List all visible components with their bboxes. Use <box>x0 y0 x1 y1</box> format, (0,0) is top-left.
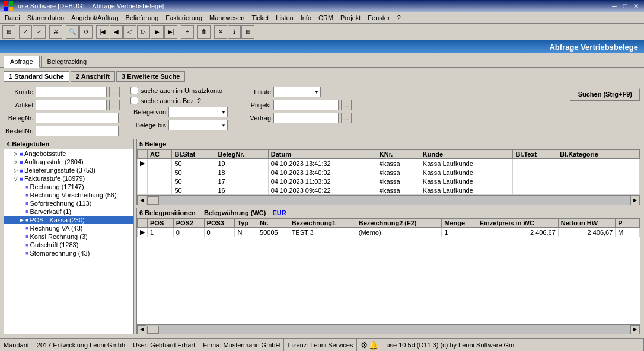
search-tab-standard[interactable]: 1 Standard Suche <box>4 71 69 82</box>
belege-hscroll[interactable]: ◀ ▶ <box>137 195 640 205</box>
menu-datei[interactable]: Datei <box>1 13 24 23</box>
col-datum[interactable]: Datum <box>268 150 377 159</box>
col-knr[interactable]: KNr. <box>377 150 420 159</box>
tb-search-icon[interactable]: 🔍 <box>66 25 79 39</box>
tb-cross-icon[interactable]: ✕ <box>214 25 227 39</box>
tree-stornorechnung[interactable]: ■ Stornorechnung (43) <box>4 249 133 257</box>
artikel-browse-button[interactable]: ... <box>109 100 120 110</box>
tb-nav-next2[interactable]: ▶ <box>151 25 164 39</box>
belege-row[interactable]: 50 16 04.10.2023 09:40:22 #kassa Kassa L… <box>138 186 640 195</box>
minimize-button[interactable]: ─ <box>610 2 619 10</box>
belege-row[interactable]: 50 18 04.10.2023 13:40:02 #kassa Kassa L… <box>138 168 640 177</box>
maximize-button[interactable]: □ <box>620 2 630 10</box>
tab-abfrage[interactable]: Abfrage <box>4 56 40 68</box>
tb-table-icon[interactable]: ⊞ <box>241 25 254 39</box>
filiale-dropdown[interactable] <box>273 87 321 97</box>
pos-scroll-thumb[interactable] <box>147 326 159 334</box>
menu-belieferung[interactable]: Belieferung <box>122 13 162 23</box>
vertrag-input[interactable] <box>273 113 339 123</box>
scroll-thumb[interactable] <box>147 196 159 205</box>
pos-scroll-left[interactable]: ◀ <box>137 325 146 334</box>
belege-von-dropdown[interactable] <box>168 107 228 117</box>
positionen-hscroll[interactable]: ◀ ▶ <box>137 324 640 334</box>
belege-row[interactable]: ▶ 50 19 04.10.2023 13:41:32 #kassa Kassa… <box>138 159 640 168</box>
tb-check-icon[interactable]: ✓ <box>19 25 32 39</box>
vertrag-browse-button[interactable]: ... <box>341 113 352 123</box>
tree-rechnung-vorschreibung[interactable]: ■ Rechnung Vorschreibung (56) <box>4 191 133 199</box>
search-tab-erweitert[interactable]: 3 Erweiterte Suche <box>116 71 185 82</box>
pos-scroll-right[interactable]: ▶ <box>630 325 640 334</box>
menu-fakturierung[interactable]: Fakturierung <box>162 13 206 23</box>
menu-projekt[interactable]: Projekt <box>337 13 364 23</box>
tree-fakturastufe[interactable]: ▽ ■ Fakturastufe (18979) <box>4 174 133 183</box>
bez2-checkbox[interactable] <box>130 97 138 104</box>
tree-angebotsstufe[interactable]: ▷ ■ Angebotsstufe <box>4 149 133 158</box>
col-bez1[interactable]: Bezeichnung1 <box>289 219 356 228</box>
tb-nav-prev[interactable]: ◀ <box>110 25 123 39</box>
projekt-input[interactable] <box>273 100 339 110</box>
kunde-input[interactable] <box>36 87 107 97</box>
menu-mahnwesen[interactable]: Mahnwesen <box>206 13 248 23</box>
tree-pos-kassa[interactable]: ▶ ■ POS - Kassa (230) <box>4 216 133 224</box>
menu-stammdaten[interactable]: Stammdaten <box>24 13 68 23</box>
tree-barverkauf[interactable]: ■ Barverkauf (1) <box>4 208 133 216</box>
col-belegnr[interactable]: BelegNr. <box>215 150 268 159</box>
scroll-right-btn[interactable]: ▶ <box>630 196 640 205</box>
tb-info-icon[interactable]: ℹ <box>228 25 241 39</box>
tree-konsi-rechnung[interactable]: ■ Konsi Rechnung (3) <box>4 232 133 241</box>
col-netto-hw[interactable]: Netto in HW <box>558 219 616 228</box>
bestellnr-input[interactable] <box>36 126 119 136</box>
menu-info[interactable]: Info <box>297 13 315 23</box>
tree-rechnung[interactable]: ■ Rechnung (17147) <box>4 183 133 191</box>
col-pos[interactable]: POS <box>148 219 174 228</box>
col-einzelpreis[interactable]: Einzelpreis in WC <box>477 219 558 228</box>
search-button[interactable]: Suchen (Strg+F9) <box>570 88 640 101</box>
col-menge[interactable]: Menge <box>442 219 477 228</box>
tb-refresh-icon[interactable]: ↺ <box>79 25 93 39</box>
tb-check2-icon[interactable]: ✓ <box>33 25 46 39</box>
col-bez2[interactable]: Bezeichnung2 (F2) <box>356 219 442 228</box>
status-icon-1[interactable]: ⚙ <box>361 340 368 350</box>
belege-bis-dropdown[interactable] <box>168 120 228 130</box>
search-tab-anschrift[interactable]: 2 Anschrift <box>71 71 115 82</box>
menu-ticket[interactable]: Ticket <box>248 13 272 23</box>
menu-help[interactable]: ? <box>394 13 404 23</box>
kunde-browse-button[interactable]: ... <box>109 87 120 97</box>
tree-auftragsstufe[interactable]: ▷ ■ Auftragsstufe (2604) <box>4 158 133 166</box>
tb-nav-first[interactable]: |◀ <box>96 25 109 39</box>
col-kunde[interactable]: Kunde <box>420 150 513 159</box>
waehrung-value[interactable]: EUR <box>272 209 286 216</box>
col-blstat[interactable]: Bl.Stat <box>172 150 215 159</box>
tb-print-icon[interactable]: 🖨 <box>49 25 62 39</box>
umsatz-checkbox[interactable] <box>130 87 138 94</box>
col-ac[interactable]: AC <box>148 150 172 159</box>
positionen-row[interactable]: ▶ 1 0 0 N 50005 TEST 3 (Memo) 1 2 406,67 <box>138 228 640 237</box>
status-icon-2[interactable]: 🔔 <box>368 340 378 350</box>
col-pos2[interactable]: POS2 <box>173 219 204 228</box>
tb-grid-icon[interactable]: ⊞ <box>2 25 15 39</box>
belegnr-input[interactable] <box>36 113 119 123</box>
pos-scroll-track[interactable] <box>146 325 630 334</box>
menu-listen[interactable]: Listen <box>272 13 297 23</box>
tb-nav-last[interactable]: ▶| <box>164 25 177 39</box>
tree-belieferungsstufe[interactable]: ▷ ■ Belieferungsstufe (3753) <box>4 166 133 174</box>
tb-nav-next[interactable]: ▷ <box>137 25 150 39</box>
tree-sofortrechnung[interactable]: ■ Sofortrechnung (113) <box>4 199 133 208</box>
tree-rechnung-va[interactable]: ■ Rechnung VA (43) <box>4 224 133 232</box>
tb-add-icon[interactable]: + <box>181 25 194 39</box>
scroll-left-btn[interactable]: ◀ <box>137 196 146 205</box>
tb-delete-icon[interactable]: 🗑 <box>197 25 211 39</box>
tree-gutschrift[interactable]: ■ Gutschrift (1283) <box>4 241 133 249</box>
tab-belegtracking[interactable]: Belegtracking <box>41 56 94 67</box>
scroll-track[interactable] <box>146 196 630 205</box>
col-pos3[interactable]: POS3 <box>204 219 235 228</box>
col-nr[interactable]: Nr. <box>257 219 289 228</box>
menu-angebot-auftrag[interactable]: Angebot/Auftrag <box>68 13 122 23</box>
col-bltext[interactable]: Bl.Text <box>513 150 557 159</box>
close-button[interactable]: ✕ <box>631 2 640 10</box>
artikel-input[interactable] <box>36 100 107 110</box>
col-blkat[interactable]: Bl.Kategorie <box>557 150 630 159</box>
tb-nav-prev2[interactable]: ◁ <box>123 25 136 39</box>
projekt-browse-button[interactable]: ... <box>341 100 352 110</box>
col-p[interactable]: P <box>616 219 630 228</box>
